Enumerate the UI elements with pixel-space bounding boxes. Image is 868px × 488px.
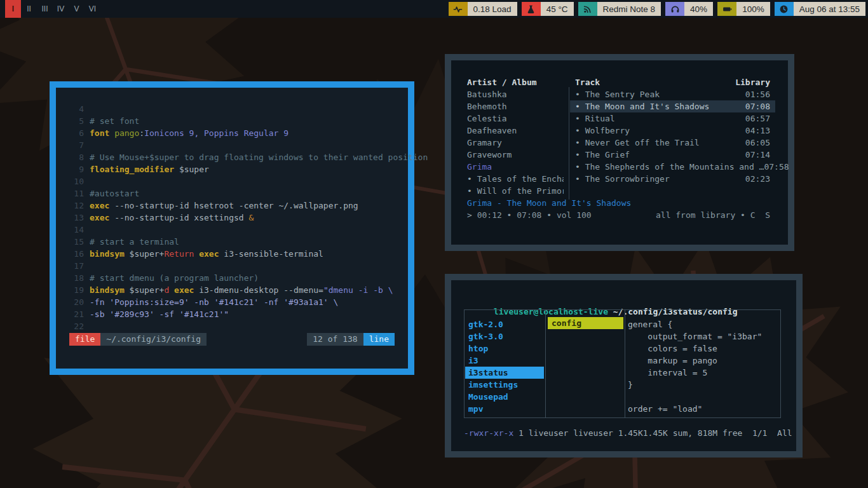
editor-line[interactable]: 5# set font: [56, 115, 408, 127]
code-token: Return: [164, 248, 194, 260]
editor-line[interactable]: 22: [56, 320, 408, 332]
workspace-list: IIIIIIIVVVI: [5, 0, 100, 18]
editor-line-badge: line: [363, 333, 395, 346]
directory-list: gtk-2.0gtk-3.0htopi3i3statusimsettingsMo…: [465, 318, 545, 415]
code-token: $super+: [125, 284, 165, 296]
code-token: "dmenu -i -b \: [323, 284, 393, 296]
status-label-load: 0.18 Load: [468, 2, 517, 16]
line-number: 16: [65, 248, 84, 260]
status-segment-load[interactable]: 0.18 Load: [449, 2, 517, 16]
miller-columns: gtk-2.0gtk-3.0htopi3i3statusimsettingsMo…: [464, 309, 781, 418]
editor-line[interactable]: 7: [56, 139, 408, 151]
workspace-IV[interactable]: IV: [53, 0, 69, 18]
directory-item[interactable]: htop: [465, 342, 545, 355]
track-item[interactable]: • Never Get off the Trail06:05: [570, 137, 775, 149]
artist-item[interactable]: • Will of the Primord…: [467, 185, 564, 197]
file-permissions: -rwxr-xr-x: [464, 428, 513, 438]
code-token: --no-startup-id hsetroot -center ~/.wall…: [109, 200, 358, 212]
code-token: --no-startup-id xsettingsd: [109, 212, 248, 224]
directory-item[interactable]: Mousepad: [465, 391, 545, 403]
status-segment-clock[interactable]: Aug 06 at 13:55: [775, 2, 865, 16]
flask-icon: [522, 2, 541, 16]
code-token: &: [248, 212, 254, 224]
status-segment-temperature[interactable]: 45 °C: [522, 2, 574, 16]
library-header: Library: [735, 76, 770, 88]
code-token: [169, 284, 174, 296]
line-number: 15: [65, 236, 84, 248]
file-preview: general { output_format = "i3bar" colors…: [628, 318, 778, 415]
artist-item[interactable]: Celestia: [467, 112, 564, 125]
track-item[interactable]: • The Shepherds of the Mountains and …07…: [570, 161, 775, 173]
artist-item[interactable]: • Tales of the Enchan…: [467, 173, 564, 185]
editor-line[interactable]: 16bindsym $super+Return exec i3-sensible…: [56, 248, 408, 260]
editor-window[interactable]: 45# set font6font pango:Ionicons 9, Popp…: [50, 81, 414, 375]
workspace-V[interactable]: V: [69, 0, 85, 18]
directory-item[interactable]: i3status: [465, 367, 544, 379]
editor-line[interactable]: 19bindsym $super+d exec i3-dmenu-desktop…: [56, 284, 408, 296]
directory-item[interactable]: imsettings: [465, 379, 545, 391]
track-item[interactable]: • The Grief07:14: [570, 149, 775, 161]
track-item[interactable]: • The Moon and It's Shadows07:08: [570, 100, 775, 112]
line-number: 7: [65, 139, 84, 151]
directory-item[interactable]: gtk-3.0: [465, 330, 545, 342]
status-segments: 0.18 Load45 °CRedmi Note 840%100%Aug 06 …: [449, 2, 865, 16]
directory-item[interactable]: i3: [465, 355, 545, 367]
file-item[interactable]: config: [548, 317, 623, 329]
editor-line[interactable]: 6font pango:Ionicons 9, Poppins Regular …: [56, 127, 408, 139]
artist-item[interactable]: Graveworm: [467, 149, 564, 161]
track-duration: 07:14: [745, 149, 770, 161]
track-title: • The Shepherds of the Mountains and …: [575, 161, 764, 173]
artist-item[interactable]: Batushka: [467, 88, 564, 100]
track-item[interactable]: • Ritual06:57: [570, 112, 775, 125]
editor-line[interactable]: 9floating_modifier $super: [56, 163, 408, 175]
preview-line: [628, 391, 778, 403]
editor-lines[interactable]: 45# set font6font pango:Ionicons 9, Popp…: [56, 103, 408, 332]
music-player-window[interactable]: Artist / Album Track Library BatushkaBeh…: [445, 54, 794, 251]
status-segment-battery[interactable]: 100%: [717, 2, 770, 16]
track-title: • Never Get off the Trail: [575, 137, 700, 149]
editor-line[interactable]: 14: [56, 224, 408, 236]
editor-line[interactable]: 11#autostart: [56, 187, 408, 200]
editor-line[interactable]: 17: [56, 260, 408, 272]
code-token: $super+: [125, 248, 165, 260]
directory-item[interactable]: gtk-2.0: [465, 318, 545, 330]
artist-item[interactable]: Behemoth: [467, 100, 564, 112]
editor-line[interactable]: 10: [56, 175, 408, 187]
artist-item[interactable]: Grima: [467, 161, 564, 173]
editor-line[interactable]: 21-sb '#289c93' -sf '#141c21'": [56, 308, 408, 320]
workspace-III[interactable]: III: [37, 0, 53, 18]
artist-item[interactable]: Deafheaven: [467, 125, 564, 137]
editor-buffer[interactable]: 45# set font6font pango:Ionicons 9, Popp…: [56, 88, 408, 369]
status-segment-volume[interactable]: 40%: [665, 2, 713, 16]
code-token: floating_modifier: [90, 163, 174, 175]
editor-line[interactable]: 12exec --no-startup-id hsetroot -center …: [56, 200, 408, 212]
workspace-I[interactable]: I: [5, 0, 21, 18]
track-title: • Wolfberry: [575, 125, 630, 137]
editor-line[interactable]: 4: [56, 103, 408, 115]
code-token: bindsym: [90, 248, 125, 260]
artist-item[interactable]: Gramary: [467, 137, 564, 149]
editor-line[interactable]: 13exec --no-startup-id xsettingsd &: [56, 212, 408, 224]
code-token: :: [139, 127, 144, 139]
workspace-VI[interactable]: VI: [85, 0, 100, 18]
track-item[interactable]: • Wolfberry04:13: [570, 125, 775, 137]
line-number: 21: [65, 308, 84, 320]
editor-line[interactable]: 18# start dmenu (a program launcher): [56, 272, 408, 284]
editor-line[interactable]: 15# start a terminal: [56, 236, 408, 248]
directory-item[interactable]: mpv: [465, 403, 545, 415]
code-token: # start dmenu (a program launcher): [90, 272, 259, 284]
code-token: font: [90, 127, 109, 139]
editor-line[interactable]: 20-fn 'Poppins:size=9' -nb '#141c21' -nf…: [56, 296, 408, 308]
status-label-temperature: 45 °C: [541, 2, 574, 16]
track-item[interactable]: • The Sorrowbringer02:23: [570, 173, 775, 185]
editor-line-position: 12 of 138: [307, 333, 363, 346]
editor-line[interactable]: 8# Use Mouse+$super to drag floating win…: [56, 151, 408, 163]
file-manager-window[interactable]: liveuser@localhost-live ~/.config/i3stat…: [445, 274, 803, 458]
line-number: 11: [65, 187, 84, 200]
track-duration: 04:13: [745, 125, 770, 137]
track-duration: 02:23: [745, 173, 770, 185]
track-item[interactable]: • The Sentry Peak01:56: [570, 88, 775, 100]
editor-statusbar: file ~/.config/i3/config 12 of 138 line: [69, 333, 395, 346]
workspace-II[interactable]: II: [21, 0, 37, 18]
status-segment-network[interactable]: Redmi Note 8: [578, 2, 661, 16]
